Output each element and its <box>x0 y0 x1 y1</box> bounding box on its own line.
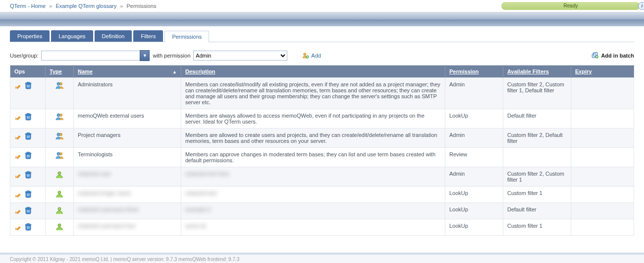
filters-cell: Custom filter 2, Custom filter 1 <box>503 167 571 187</box>
description-cell: redacted text here <box>181 167 445 187</box>
add-in-batch-button[interactable]: Add in batch <box>591 52 634 60</box>
delete-icon[interactable] <box>24 151 32 159</box>
col-description[interactable]: Description <box>181 66 445 78</box>
permission-select[interactable]: Admin <box>193 51 287 61</box>
edit-icon[interactable] <box>14 190 22 198</box>
filters-cell <box>503 148 571 167</box>
add-label: Add <box>311 53 321 59</box>
type-cell <box>46 219 74 236</box>
description-cell: Members are always allowed to access mem… <box>181 109 445 129</box>
table-row: redacted longer nameredacted textLookUpC… <box>10 187 634 203</box>
filters-cell: Default filter <box>503 109 571 129</box>
tab-properties[interactable]: Properties <box>10 30 50 42</box>
description-cell: some txt <box>181 219 445 236</box>
type-cell <box>46 187 74 203</box>
name-cell: Administrators <box>74 78 181 109</box>
user-icon <box>55 193 63 199</box>
user-icon <box>55 209 63 215</box>
expiry-cell <box>571 167 634 187</box>
table-row: redacted userredacted text hereAdminCust… <box>10 167 634 187</box>
status-badge: Ready <box>501 2 640 10</box>
delete-icon[interactable] <box>24 132 32 140</box>
col-type[interactable]: Type <box>46 66 74 78</box>
delete-icon[interactable] <box>24 190 32 198</box>
tab-languages[interactable]: Languages <box>51 30 93 42</box>
description-cell: example tt <box>181 203 445 219</box>
edit-icon[interactable] <box>14 132 22 140</box>
add-user-icon <box>302 52 309 59</box>
permission-cell: LookUp <box>445 109 503 129</box>
col-name[interactable]: Name ▲ <box>74 66 181 78</box>
col-permission[interactable]: Permission <box>445 66 503 78</box>
tab-bar: Properties Languages Definition Filters … <box>10 30 634 42</box>
batch-label: Add in batch <box>601 53 634 59</box>
permission-cell: Admin <box>445 78 503 109</box>
table-row: redacted username foursome txtLookUpCust… <box>10 219 634 236</box>
col-ops: Ops <box>10 66 46 78</box>
breadcrumb-home[interactable]: QTerm - Home <box>10 3 46 9</box>
delete-icon[interactable] <box>24 171 32 179</box>
group-icon <box>55 154 63 160</box>
col-expiry[interactable]: Expiry <box>571 66 634 78</box>
chevron-down-icon[interactable]: ▼ <box>140 50 150 61</box>
with-permission-label: with permission <box>153 53 190 59</box>
header-strip <box>0 12 644 26</box>
filters-cell: Custom filter 2, Default filter <box>503 129 571 148</box>
expiry-cell <box>571 148 634 167</box>
edit-icon[interactable] <box>14 113 22 121</box>
breadcrumb-glossary[interactable]: Example QTerm glossary <box>55 3 116 9</box>
permission-cell: LookUp <box>445 187 503 203</box>
permission-cell: Review <box>445 148 503 167</box>
edit-icon[interactable] <box>14 206 22 214</box>
type-cell <box>46 129 74 148</box>
delete-icon[interactable] <box>24 113 32 121</box>
expiry-cell <box>571 129 634 148</box>
delete-icon[interactable] <box>24 206 32 214</box>
name-cell: redacted username three <box>74 203 181 219</box>
user-group-combo[interactable]: ▼ <box>41 50 150 61</box>
name-cell: Terminologists <box>74 148 181 167</box>
type-cell <box>46 109 74 129</box>
tab-definition[interactable]: Definition <box>95 30 132 42</box>
top-bar: QTerm - Home » Example QTerm glossary » … <box>0 0 644 12</box>
permissions-table: Ops Type Name ▲ Description Permission A… <box>10 65 634 236</box>
expiry-cell <box>571 78 634 109</box>
type-cell <box>46 78 74 109</box>
filters-cell: Custom filter 1 <box>503 187 571 203</box>
filters-cell: Default filter <box>503 203 571 219</box>
name-cell: redacted username four <box>74 219 181 236</box>
delete-icon[interactable] <box>24 81 32 89</box>
user-group-input[interactable] <box>41 51 140 61</box>
name-cell: Project managers <box>74 129 181 148</box>
permission-cell: LookUp <box>445 203 503 219</box>
permission-cell: Admin <box>445 129 503 148</box>
col-filters[interactable]: Available Filters <box>503 66 571 78</box>
filters-cell: Custom filter 1 <box>503 219 571 236</box>
table-row: TerminologistsMembers can approve change… <box>10 148 634 167</box>
user-icon <box>55 226 63 232</box>
expiry-cell <box>571 203 634 219</box>
user-group-label: User/group: <box>10 53 38 59</box>
description-cell: Members are allowed to create users and … <box>181 129 445 148</box>
expiry-cell <box>571 109 634 129</box>
edit-icon[interactable] <box>14 223 22 231</box>
add-button[interactable]: Add <box>302 52 321 59</box>
name-cell: redacted user <box>74 167 181 187</box>
edit-icon[interactable] <box>14 151 22 159</box>
type-cell <box>46 148 74 167</box>
tab-permissions[interactable]: Permissions <box>164 31 209 42</box>
tab-filters[interactable]: Filters <box>133 30 163 42</box>
permission-cell: Admin <box>445 167 503 187</box>
expiry-cell <box>571 187 634 203</box>
table-row: redacted username threeexample ttLookUpD… <box>10 203 634 219</box>
footer: Copyright © 2011 Kilgray - 2021 memoQ Lt… <box>0 253 644 263</box>
edit-icon[interactable] <box>14 81 22 89</box>
breadcrumb-current: Permissions <box>127 3 157 9</box>
type-cell <box>46 167 74 187</box>
description-cell: Members can create/list/modify all exist… <box>181 78 445 109</box>
delete-icon[interactable] <box>24 223 32 231</box>
user-icon <box>55 174 63 180</box>
description-cell: Members can approve changes in moderated… <box>181 148 445 167</box>
edit-icon[interactable] <box>14 171 22 179</box>
table-row: AdministratorsMembers can create/list/mo… <box>10 78 634 109</box>
